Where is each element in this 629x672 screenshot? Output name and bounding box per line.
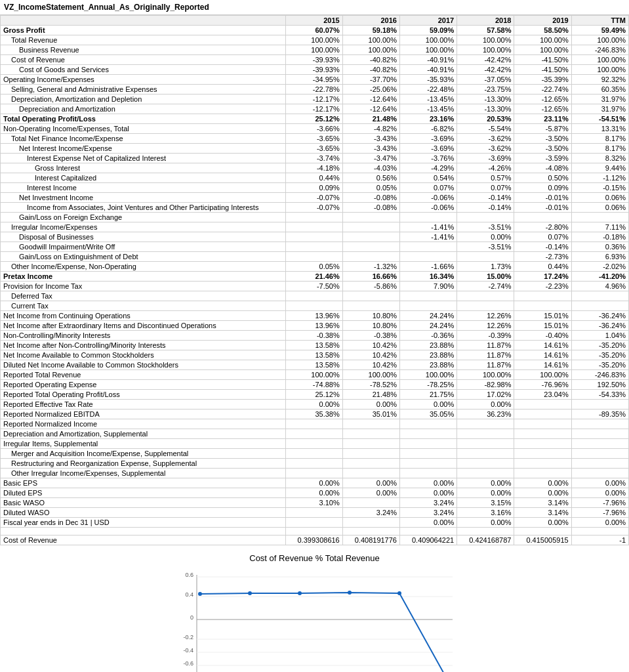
svg-point-24 <box>248 591 252 595</box>
cell-28-1 <box>342 301 399 311</box>
cell-31-3: -0.39% <box>457 331 514 341</box>
cell-11-3: -3.62% <box>457 134 514 144</box>
cell-15-2: 0.54% <box>399 173 457 183</box>
cell-45-3 <box>457 469 514 478</box>
row-label-33: Net Income Available to Common Stockhold… <box>1 350 286 360</box>
svg-text:-0.6: -0.6 <box>183 660 193 667</box>
cell-44-5 <box>571 459 628 469</box>
cell-7-3: -13.30% <box>457 94 514 104</box>
cell-13-2: -3.76% <box>399 154 457 163</box>
cell-4-0: -39.93% <box>285 65 342 75</box>
cell-43-1 <box>342 449 399 459</box>
cell-40-3 <box>457 419 514 429</box>
cell-35-5: -246.83% <box>571 370 628 380</box>
cell-50-4: 0.00% <box>514 518 571 528</box>
row-label-49: Diluted WASO <box>1 508 286 518</box>
cell-28-3 <box>457 301 514 311</box>
cell-18-4: -0.01% <box>514 203 571 213</box>
row-label-4: Cost of Goods and Services <box>1 65 286 75</box>
cell-25-2: 16.34% <box>399 272 457 282</box>
cell-33-5: -35.20% <box>571 350 628 360</box>
row-label-18: Income from Associates, Joint Ventures a… <box>1 203 286 213</box>
svg-text:-0.4: -0.4 <box>183 647 193 654</box>
header-2015: 2015 <box>285 16 342 26</box>
cell-0-1: 59.18% <box>342 26 399 35</box>
cell-10-5: 13.31% <box>571 124 628 134</box>
cell-28-4 <box>514 301 571 311</box>
row-label-25: Pretax Income <box>1 272 286 282</box>
cell-17-5: 0.06% <box>571 193 628 203</box>
cell-34-5: -35.20% <box>571 360 628 370</box>
cell-37-1: 21.48% <box>342 390 399 400</box>
cell-27-1 <box>342 291 399 301</box>
cell-27-0 <box>285 291 342 301</box>
cell-22-5: 0.36% <box>571 242 628 252</box>
cell-43-2 <box>399 449 457 459</box>
cell-16-2: 0.07% <box>399 183 457 193</box>
row-label-13: Interest Expense Net of Capitalized Inte… <box>1 154 286 163</box>
row-label-39: Reported Normalized EBITDA <box>1 410 286 419</box>
cell-29-4: 15.01% <box>514 311 571 321</box>
cell-33-2: 23.88% <box>399 350 457 360</box>
cell-12-4: -3.50% <box>514 144 571 154</box>
cell-41-4 <box>514 429 571 439</box>
cell-47-1: 0.00% <box>342 488 399 498</box>
row-label-15: Interest Capitalized <box>1 173 286 183</box>
cell-41-2 <box>399 429 457 439</box>
row-label-2: Business Revenue <box>1 45 286 55</box>
cell-12-3: -3.62% <box>457 144 514 154</box>
cell-8-5: 31.97% <box>571 104 628 114</box>
bottom-cell-4: 0.415005915 <box>514 536 571 545</box>
cell-36-1: -78.52% <box>342 380 399 390</box>
cell-37-4: 23.04% <box>514 390 571 400</box>
cell-3-3: -42.42% <box>457 55 514 65</box>
cell-11-1: -3.43% <box>342 134 399 144</box>
row-label-31: Non-Controlling/Minority Interests <box>1 331 286 341</box>
cell-43-0 <box>285 449 342 459</box>
cell-23-4: -2.73% <box>514 252 571 262</box>
cell-25-4: 17.24% <box>514 272 571 282</box>
cell-12-2: -3.69% <box>399 144 457 154</box>
row-label-24: Other Income/Expense, Non-Operating <box>1 262 286 272</box>
cell-17-1: -0.08% <box>342 193 399 203</box>
cell-1-4: 100.00% <box>514 35 571 45</box>
cell-10-2: -6.82% <box>399 124 457 134</box>
cell-49-5: -7.96% <box>571 508 628 518</box>
cell-10-1: -4.82% <box>342 124 399 134</box>
row-label-48: Basic WASO <box>1 498 286 508</box>
cell-42-4 <box>514 439 571 449</box>
empty-cell-1 <box>285 528 342 536</box>
cell-9-2: 23.16% <box>399 114 457 124</box>
cell-29-1: 10.80% <box>342 311 399 321</box>
cell-32-2: 23.88% <box>399 341 457 350</box>
cell-6-0: -22.78% <box>285 85 342 94</box>
row-label-14: Gross Interest <box>1 163 286 173</box>
cell-31-2: -0.36% <box>399 331 457 341</box>
cell-47-5: 0.00% <box>571 488 628 498</box>
cell-36-5: 192.50% <box>571 380 628 390</box>
cell-21-1 <box>342 232 399 242</box>
bottom-cell-2: 0.409064221 <box>399 536 457 545</box>
cell-34-0: 13.58% <box>285 360 342 370</box>
cell-12-1: -3.43% <box>342 144 399 154</box>
cell-22-1 <box>342 242 399 252</box>
cell-30-4: 15.01% <box>514 321 571 331</box>
cell-11-5: 8.17% <box>571 134 628 144</box>
cell-34-3: 11.87% <box>457 360 514 370</box>
cell-20-5: 7.11% <box>571 222 628 232</box>
cell-45-4 <box>514 469 571 478</box>
row-label-9: Total Operating Profit/Loss <box>1 114 286 124</box>
cell-50-5: 0.00% <box>571 518 628 528</box>
cell-15-3: 0.57% <box>457 173 514 183</box>
bottom-cell-3: 0.424168787 <box>457 536 514 545</box>
cell-32-4: 14.61% <box>514 341 571 350</box>
row-label-22: Goodwill Impairment/Write Off <box>1 242 286 252</box>
cost-of-revenue-chart: 0.6 0.4 0 -0.2 -0.4 -0.6 -0.8 -1 2015 20… <box>157 568 472 672</box>
cell-21-3: 0.00% <box>457 232 514 242</box>
cell-5-2: -35.93% <box>399 75 457 85</box>
header-ttm: TTM <box>571 16 628 26</box>
cell-7-1: -12.64% <box>342 94 399 104</box>
cell-43-3 <box>457 449 514 459</box>
row-label-11: Total Net Finance Income/Expense <box>1 134 286 144</box>
row-label-23: Gain/Loss on Extinguishment of Debt <box>1 252 286 262</box>
